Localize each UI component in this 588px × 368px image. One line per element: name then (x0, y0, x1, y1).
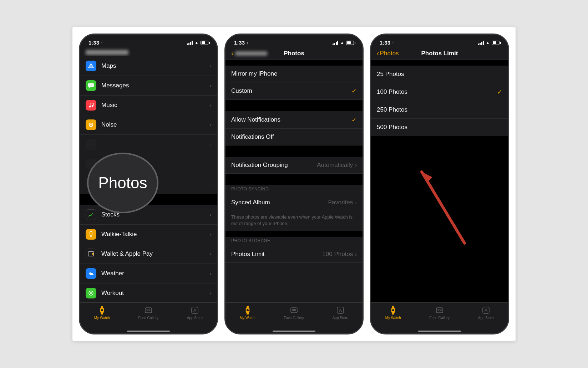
face-gallery-icon-1 (144, 306, 153, 315)
limit-500[interactable]: 500 Photos (371, 119, 508, 136)
custom-checkmark: ✓ (351, 87, 357, 95)
music-icon (86, 100, 96, 111)
limit-250[interactable]: 250 Photos (371, 101, 508, 119)
svg-line-38 (422, 172, 465, 243)
tab-face-gallery-1[interactable]: Face Gallery (138, 306, 158, 320)
workout-label: Workout (101, 290, 209, 297)
limit-25-label: 25 Photos (377, 71, 502, 78)
bar2 (188, 43, 189, 45)
battery-icon-1 (201, 41, 208, 45)
notif-off-label: Notifications Off (231, 133, 357, 140)
svg-point-32 (247, 309, 249, 311)
my-watch-icon-2 (243, 306, 252, 315)
status-bar-3: 1:33 ↑ ▲ (371, 35, 508, 47)
allow-notif-row[interactable]: Allow Notifications ✓ (225, 111, 363, 129)
location-icon-3: ↑ (392, 40, 394, 45)
workout-icon (86, 288, 96, 298)
list-item-stocks[interactable]: Stocks › (80, 205, 217, 225)
battery-fill-1 (202, 41, 205, 44)
red-arrow-svg (407, 158, 472, 250)
blurred-back-2 (235, 51, 267, 56)
tab-face-gallery-3[interactable]: Face Gallery (429, 306, 450, 320)
divider-top-3 (371, 60, 508, 66)
face-gallery-icon-3 (435, 306, 444, 315)
limit-100[interactable]: 100 Photos ✓ (371, 83, 508, 101)
wallet-icon (86, 249, 96, 259)
list-item-weather[interactable]: Weather › (80, 264, 217, 283)
blank1-chevron: › (209, 142, 211, 147)
time-3: 1:33 (380, 40, 390, 46)
synced-album-chevron: › (355, 200, 357, 205)
status-icons-1: ▲ (187, 40, 208, 45)
svg-point-23 (101, 309, 103, 311)
svg-point-34 (292, 309, 294, 311)
limit-250-label: 250 Photos (377, 106, 502, 113)
notif-grouping-row[interactable]: Notification Grouping Automatically › (225, 157, 363, 174)
wifi-icon-2: ▲ (340, 40, 344, 45)
svg-marker-3 (89, 87, 91, 88)
tab-mywatch-label-1: My Watch (94, 316, 110, 320)
blank2-chevron: › (209, 161, 211, 167)
list-item-blank1[interactable]: › (80, 135, 217, 154)
svg-point-43 (392, 309, 394, 311)
list-item-maps[interactable]: Maps › (80, 56, 217, 76)
weather-label: Weather (101, 270, 209, 277)
music-label: Music (101, 102, 209, 109)
limit-25[interactable]: 25 Photos (371, 66, 508, 83)
synced-album-label: Synced Album (231, 199, 328, 206)
list-item-walkie[interactable]: Walkie-Talkie › (80, 225, 217, 244)
status-time-1: 1:33 ↑ (88, 40, 103, 46)
mirror-row[interactable]: Mirror my iPhone (225, 66, 363, 82)
svg-text:A: A (193, 308, 197, 313)
svg-rect-41 (392, 306, 394, 308)
maps-icon (86, 61, 96, 71)
notif-off-row[interactable]: Notifications Off (225, 129, 363, 145)
noise-chevron: › (209, 122, 211, 128)
list-item-messages[interactable]: Messages › (80, 76, 217, 96)
list-item-wallet[interactable]: Wallet & Apple Pay › (80, 244, 217, 264)
divider-top-2 (225, 60, 363, 66)
phone-3: 1:33 ↑ ▲ ‹ Photos Ph (370, 34, 509, 334)
back-button-2[interactable]: ‹ (231, 49, 267, 57)
tab-my-watch-1[interactable]: My Watch (94, 306, 110, 320)
tab-app-store-3[interactable]: A App Store (478, 306, 494, 320)
tab-appstore-label-3: App Store (478, 316, 494, 320)
bar1 (187, 44, 188, 45)
walkie-icon (86, 229, 96, 240)
list-item-music[interactable]: Music › (80, 96, 217, 115)
svg-rect-33 (291, 308, 297, 313)
list-item-workout[interactable]: Workout › (80, 283, 217, 302)
divider-photostorage (225, 231, 363, 237)
time-2: 1:33 (234, 40, 245, 46)
tab-app-store-1[interactable]: A App Store (187, 306, 203, 320)
noise-label: Noise (101, 121, 209, 128)
location-icon-1: ↑ (101, 40, 103, 45)
list-item-noise[interactable]: Noise › (80, 115, 217, 135)
tab-my-watch-3[interactable]: My Watch (385, 306, 401, 320)
tab-mywatch-label-3: My Watch (385, 316, 401, 320)
svg-point-19 (90, 292, 92, 294)
svg-rect-30 (247, 306, 249, 308)
tab-app-store-2[interactable]: A App Store (333, 306, 348, 320)
tab-bar-3: My Watch Face Gallery A (371, 302, 508, 328)
photos-limit-content: 25 Photos 100 Photos ✓ 250 Photos 500 Ph… (371, 60, 508, 302)
weather-icon (86, 268, 96, 279)
weather-chevron: › (209, 271, 211, 276)
photos-limit-row[interactable]: Photos Limit 100 Photos › (225, 246, 363, 263)
back-button-3[interactable]: ‹ Photos (377, 49, 399, 57)
tab-my-watch-2[interactable]: My Watch (240, 306, 255, 320)
blurred-header-1 (80, 47, 217, 56)
svg-rect-22 (101, 313, 103, 315)
battery-icon-2 (346, 41, 354, 45)
nav-title-3: Photos Limit (421, 50, 458, 57)
status-bar-2: 1:33 ↑ ▲ (225, 35, 363, 47)
my-watch-icon-3 (389, 306, 398, 315)
phone-1: 1:33 ↑ ▲ P (79, 34, 218, 334)
synced-album-row[interactable]: Synced Album Favorites › (225, 194, 363, 211)
allow-notif-checkmark: ✓ (351, 116, 357, 124)
nav-header-3: ‹ Photos Photos Limit (371, 47, 508, 60)
tab-face-gallery-2[interactable]: Face Gallery (284, 306, 304, 320)
wallet-label: Wallet & Apple Pay (101, 250, 209, 257)
face-gallery-icon-2 (289, 306, 299, 315)
custom-row[interactable]: Custom ✓ (225, 82, 363, 100)
